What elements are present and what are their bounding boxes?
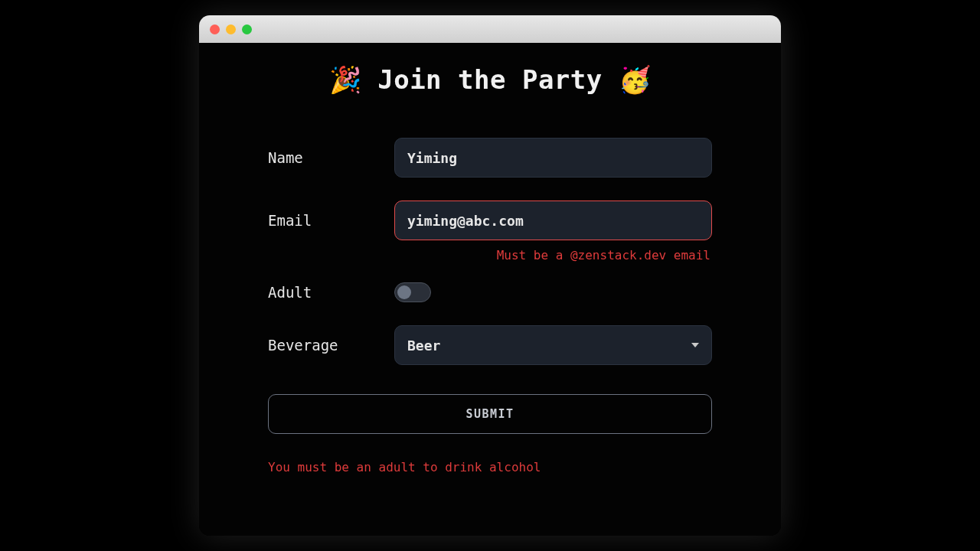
app-window: 🎉 Join the Party 🥳 Name Email Must be a … [199,15,781,536]
beverage-label: Beverage [268,337,394,354]
close-icon[interactable] [210,24,220,34]
beverage-selected-value: Beer [407,337,440,354]
toggle-knob-icon [397,285,411,299]
email-field[interactable] [394,201,712,240]
adult-toggle[interactable] [394,282,431,302]
name-label: Name [268,149,394,166]
beverage-row: Beverage Beer [268,325,712,365]
chevron-down-icon [691,343,699,347]
minimize-icon[interactable] [226,24,236,34]
name-field[interactable] [394,138,712,178]
name-row: Name [268,138,712,178]
signup-form: Name Email Must be a @zenstack.dev email… [268,138,712,474]
maximize-icon[interactable] [242,24,252,34]
window-titlebar [199,15,781,43]
form-error: You must be an adult to drink alcohol [268,460,712,474]
beverage-select[interactable]: Beer [394,325,712,365]
page-title: 🎉 Join the Party 🥳 [245,64,735,95]
email-row: Email [268,201,712,240]
submit-button[interactable]: SUBMIT [268,394,712,434]
email-error: Must be a @zenstack.dev email [268,248,712,262]
email-label: Email [268,212,394,229]
adult-label: Adult [268,284,394,301]
window-content: 🎉 Join the Party 🥳 Name Email Must be a … [199,43,781,536]
adult-row: Adult [268,282,712,302]
